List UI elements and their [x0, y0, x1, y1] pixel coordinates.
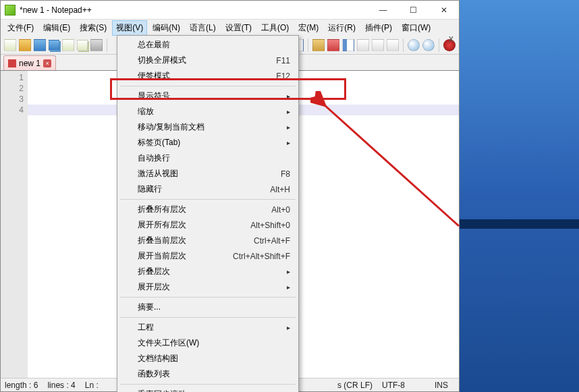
submenu-arrow-icon: ▸: [287, 108, 290, 115]
menu-item[interactable]: 垂直同步滚动: [119, 387, 297, 392]
menu-view[interactable]: 视图(V): [112, 20, 147, 36]
menu-item[interactable]: 切换全屏模式F11: [119, 53, 297, 68]
menu-separator: [120, 297, 296, 298]
save-icon[interactable]: [34, 39, 46, 51]
menu-shortcut: Alt+0: [271, 205, 290, 215]
menu-item[interactable]: 显示符号▸: [119, 88, 297, 104]
submenu-arrow-icon: ▸: [287, 92, 290, 100]
menu-file[interactable]: 文件(F): [3, 20, 38, 36]
line-number: 2: [1, 83, 24, 94]
menubar-close-icon[interactable]: x: [449, 33, 453, 44]
menu-item-label: 激活从视图: [138, 168, 178, 179]
menu-item-label: 展开当前层次: [138, 250, 186, 262]
menu-plugins[interactable]: 插件(P): [361, 20, 396, 36]
status-ln: Ln :: [85, 381, 99, 390]
zoom-in-icon[interactable]: [408, 39, 420, 51]
close-button[interactable]: ✕: [429, 1, 459, 20]
menu-item-label: 展开所有层次: [138, 219, 186, 231]
menu-item[interactable]: 缩放▸: [119, 104, 297, 119]
menu-language[interactable]: 语言(L): [186, 20, 220, 36]
new-file-icon[interactable]: [4, 39, 16, 51]
menu-item-label: 工程: [138, 322, 154, 333]
view-menu-dropdown: 总在最前切换全屏模式F11便签模式F12显示符号▸缩放▸移动/复制当前文档▸标签…: [117, 35, 299, 392]
print-icon[interactable]: [90, 39, 103, 51]
menu-item-label: 标签页(Tab): [138, 137, 180, 148]
menu-item[interactable]: 激活从视图F8: [119, 166, 297, 181]
tab-close-icon[interactable]: ×: [43, 59, 51, 67]
titlebar[interactable]: *new 1 - Notepad++ — ☐ ✕: [1, 1, 459, 20]
minimize-button[interactable]: —: [368, 1, 398, 20]
maximize-button[interactable]: ☐: [398, 1, 429, 20]
menu-item[interactable]: 文档结构图: [119, 351, 297, 366]
indent-guide-icon[interactable]: [342, 39, 354, 51]
menu-item-label: 函数列表: [138, 368, 170, 380]
menu-tools[interactable]: 工具(O): [257, 20, 293, 36]
save-all-icon[interactable]: [49, 40, 59, 51]
submenu-arrow-icon: ▸: [287, 283, 290, 291]
menu-item-label: 缩放: [138, 106, 154, 117]
menu-item[interactable]: 函数列表: [119, 366, 297, 382]
status-encoding: UTF-8: [382, 381, 405, 390]
menu-item-label: 文件夹工作区(W): [138, 337, 199, 349]
menu-separator: [120, 384, 296, 385]
document-tab[interactable]: new 1 ×: [3, 55, 56, 70]
menu-separator: [120, 199, 296, 200]
toolbar-separator: [403, 38, 404, 52]
menu-item-label: 垂直同步滚动: [138, 389, 186, 392]
menu-encoding[interactable]: 编码(N): [148, 20, 184, 36]
menu-macro[interactable]: 宏(M): [294, 20, 323, 36]
menu-window[interactable]: 窗口(W): [397, 20, 435, 36]
menu-item[interactable]: 隐藏行Alt+H: [119, 181, 297, 197]
menu-item-label: 摘要...: [138, 302, 161, 313]
status-eol: s (CR LF): [337, 381, 373, 390]
menu-settings[interactable]: 设置(T): [221, 20, 256, 36]
menu-item[interactable]: 文件夹工作区(W): [119, 335, 297, 351]
close-file-icon[interactable]: [62, 39, 74, 51]
menu-item-label: 折叠层次: [138, 266, 170, 277]
menu-item[interactable]: 折叠所有层次Alt+0: [119, 202, 297, 217]
menu-shortcut: Ctrl+Alt+Shift+F: [233, 252, 290, 261]
toolbar-separator: [308, 38, 308, 52]
menu-shortcut: F8: [281, 169, 290, 179]
menu-item-label: 折叠当前层次: [138, 235, 186, 246]
menu-item-label: 便签模式: [138, 70, 170, 82]
close-all-icon[interactable]: [77, 40, 88, 51]
open-file-icon[interactable]: [19, 39, 31, 51]
menu-item-label: 移动/复制当前文档: [138, 121, 204, 133]
menu-search[interactable]: 搜索(S): [76, 20, 111, 36]
menu-run[interactable]: 运行(R): [324, 20, 360, 36]
menu-item[interactable]: 折叠层次▸: [119, 264, 297, 279]
menu-item-label: 文档结构图: [138, 353, 178, 364]
tab-modified-icon: [8, 59, 16, 67]
menu-shortcut: Ctrl+Alt+F: [254, 236, 290, 246]
doc-map-icon[interactable]: [357, 39, 369, 51]
menu-separator: [120, 317, 296, 318]
menu-item[interactable]: 展开层次▸: [119, 279, 297, 295]
menu-shortcut: F11: [276, 56, 290, 65]
menu-item[interactable]: 自动换行: [119, 150, 297, 166]
menu-item[interactable]: 折叠当前层次Ctrl+Alt+F: [119, 233, 297, 248]
menu-item[interactable]: 标签页(Tab)▸: [119, 135, 297, 150]
line-number: 3: [1, 94, 24, 105]
func-list-icon[interactable]: [372, 39, 384, 51]
menu-edit[interactable]: 编辑(E): [39, 20, 74, 36]
status-mode: INS: [435, 381, 448, 390]
menu-item[interactable]: 便签模式F12: [119, 68, 297, 84]
zoom-out-icon[interactable]: [422, 39, 435, 51]
menu-item[interactable]: 移动/复制当前文档▸: [119, 119, 297, 135]
menu-shortcut: F12: [276, 72, 290, 81]
menu-item-label: 总在最前: [138, 39, 170, 51]
menu-item[interactable]: 展开当前层次Ctrl+Alt+Shift+F: [119, 248, 297, 264]
wrap-icon[interactable]: [312, 39, 325, 51]
menu-item[interactable]: 摘要...: [119, 300, 297, 315]
show-symbols-icon[interactable]: [327, 39, 339, 51]
line-number: 1: [1, 72, 24, 83]
menu-item[interactable]: 展开所有层次Alt+Shift+0: [119, 217, 297, 233]
menu-item[interactable]: 工程▸: [119, 320, 297, 335]
menu-item[interactable]: 总在最前: [119, 37, 297, 53]
folder-icon[interactable]: [387, 39, 399, 51]
window-controls: — ☐ ✕: [368, 1, 459, 20]
menu-item-label: 隐藏行: [138, 184, 162, 195]
line-number: 4: [1, 105, 24, 115]
menu-item-label: 展开层次: [138, 281, 170, 293]
